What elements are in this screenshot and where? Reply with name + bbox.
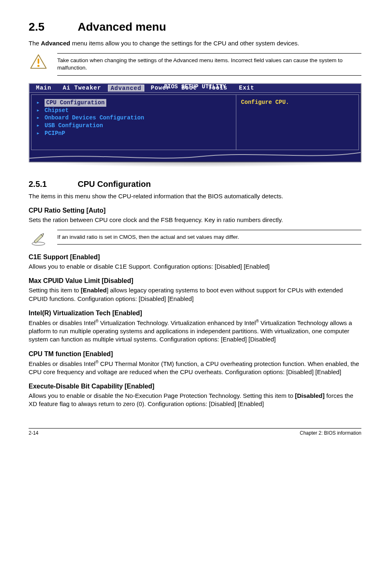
option-heading-cpu-ratio: CPU Ratio Setting [Auto] [29,207,361,214]
subsection-heading: 2.5.1CPU Configuration [29,180,361,189]
text: Enables or disables Intel [29,319,95,326]
text-bold: Advanced [41,40,70,47]
option-heading-tm: CPU TM function [Enabled] [29,350,361,358]
text-bold: [Disabled] [295,392,325,399]
text: menu items allow you to change the setti… [70,40,299,47]
option-heading-vt: Intel(R) Virtualization Tech [Enabled] [29,310,361,317]
triangle-right-icon: ▸ [36,99,41,107]
bios-left-panel: ▸ CPU Configuration ▸ Chipset ▸ Onboard … [31,94,236,150]
bios-tab-power[interactable]: Power [145,85,176,92]
option-body-vt: Enables or disables Intel® Virtualizatio… [29,319,361,344]
bios-tabbar: Main Ai Tweaker Advanced Power Boot Tool… [29,84,361,93]
registered-mark: ® [95,319,98,323]
page-footer: 2-14 Chapter 2: BIOS information [29,428,361,436]
section-intro: The Advanced menu items allow you to cha… [29,39,361,47]
text: Enables or disables Intel [29,360,95,367]
bios-menu-item[interactable]: ▸ Onboard Devices Configuration [36,114,231,122]
option-body-max-cpuid: Setting this item to [Enabled] allows le… [29,286,361,303]
bios-menu-label: CPU Configuration [45,99,106,107]
footer-page-number: 2-14 [29,430,38,436]
note-text: If an invalid ratio is set in CMOS, then… [57,230,361,245]
option-heading-c1e: C1E Support [Enabled] [29,254,361,261]
svg-rect-5 [34,235,43,243]
bios-menu-label: Chipset [45,107,69,114]
bios-tab-exit[interactable]: Exit [233,85,260,92]
bios-menu-item[interactable]: ▸ PCIPnP [36,130,231,137]
subsection-number: 2.5.1 [29,180,78,189]
bios-hint-text: Configure CPU. [241,99,354,105]
subsection-intro: The items in this menu show the CPU-rela… [29,192,361,200]
option-heading-xd: Execute-Disable Bit Capability [Enabled] [29,383,361,390]
pencil-icon [29,230,48,246]
triangle-right-icon: ▸ [36,130,41,137]
bios-menu-item[interactable]: ▸ Chipset [36,107,231,114]
footer-chapter-label: Chapter 2: BIOS information [300,430,361,436]
bios-tab-advanced[interactable]: Advanced [108,85,144,92]
bios-menu-label: PCIPnP [45,130,65,137]
caution-text: Take caution when changing the settings … [57,53,361,75]
option-body-tm: Enables or disables Intel® CPU Thermal M… [29,359,361,377]
option-body-cpu-ratio: Sets the ration between CPU core clock a… [29,216,361,224]
svg-point-3 [37,65,39,67]
bios-tab-tools[interactable]: Tools [202,85,233,92]
shadow-decoration [29,162,361,167]
text-bold: [Enabled [81,287,107,294]
option-body-c1e: Allows you to enable or disable C1E Supp… [29,263,361,271]
text: Allows you to enable or disable the No-E… [29,392,295,399]
text: Virtualization Technology. Virtualizatio… [99,319,256,326]
section-heading: 2.5Advanced menu [29,20,361,34]
section-title: Advanced menu [78,20,166,33]
option-heading-max-cpuid: Max CPUID Value Limit [Disabled] [29,277,361,285]
bios-menu-label: USB Configuration [45,122,103,130]
svg-rect-2 [38,58,39,64]
text: The [29,40,41,47]
caution-callout: Take caution when changing the settings … [29,53,361,75]
svg-point-4 [32,242,45,245]
bios-menu-item[interactable]: ▸ CPU Configuration [36,99,231,107]
torn-edge-icon [29,150,361,162]
registered-mark: ® [95,360,98,364]
bios-tab-main[interactable]: Main [32,85,57,92]
bios-tab-ai-tweaker[interactable]: Ai Tweaker [57,85,107,92]
bios-menu-item[interactable]: ▸ USB Configuration [36,122,231,130]
triangle-right-icon: ▸ [36,114,41,122]
option-body-xd: Allows you to enable or disable the No-E… [29,392,361,408]
triangle-right-icon: ▸ [36,107,41,114]
note-callout: If an invalid ratio is set in CMOS, then… [29,230,361,246]
bios-right-panel: Configure CPU. [236,94,359,150]
bios-menu-label: Onboard Devices Configuration [45,114,144,122]
warning-icon [29,53,48,70]
triangle-right-icon: ▸ [36,122,41,130]
text: Setting this item to [29,287,81,294]
subsection-title: CPU Configuration [78,180,151,189]
section-number: 2.5 [29,20,78,34]
bios-tab-boot[interactable]: Boot [176,85,203,92]
bios-screenshot: BIOS SETUP UTILITY Main Ai Tweaker Advan… [29,83,361,167]
